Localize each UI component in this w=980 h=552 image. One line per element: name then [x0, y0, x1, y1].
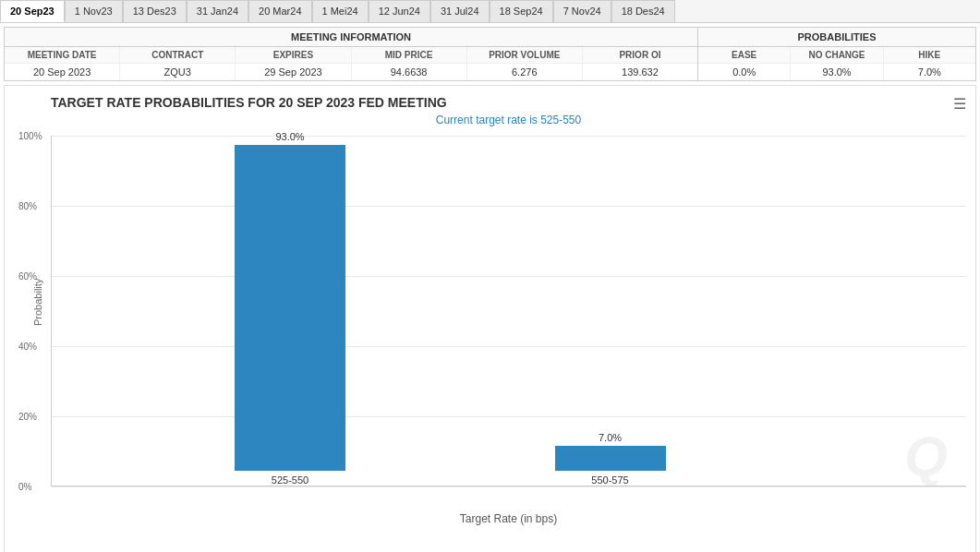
- y-grid-line: [52, 136, 966, 137]
- prob-col-value: 0.0%: [698, 64, 790, 80]
- y-tick-label: 100%: [18, 131, 42, 141]
- tab-item[interactable]: 31 Jan24: [187, 0, 248, 22]
- prob-col: HIKE 7.0%: [884, 47, 975, 80]
- info-col-value: 29 Sep 2023: [236, 64, 350, 80]
- info-section-header: MEETING INFORMATION PROBABILITIES: [5, 28, 975, 47]
- prob-col: EASE 0.0%: [698, 47, 791, 80]
- y-grid-line: [52, 486, 966, 487]
- info-col: EXPIRES 29 Sep 2023: [236, 47, 351, 80]
- y-grid-line: [52, 276, 966, 277]
- info-col-value: 6.276: [467, 64, 582, 80]
- info-col-label: MID PRICE: [352, 47, 466, 64]
- bar-container: 7.0%550-575: [555, 432, 666, 486]
- prob-col-value: 7.0%: [884, 64, 975, 80]
- bar: [555, 446, 666, 471]
- info-col: CONTRACT ZQU3: [120, 47, 236, 80]
- tab-item[interactable]: 1 Nov23: [65, 0, 123, 22]
- tab-item[interactable]: 7 Nov24: [553, 0, 611, 22]
- chart-subtitle: Current target rate is 525-550: [51, 114, 966, 126]
- prob-col-label: NO CHANGE: [791, 47, 882, 64]
- y-grid-line: [52, 346, 966, 347]
- prob-columns: EASE 0.0%NO CHANGE 93.0%HIKE 7.0%: [698, 47, 975, 80]
- info-col-label: PRIOR OI: [583, 47, 697, 64]
- chart-title: TARGET RATE PROBABILITIES FOR 20 SEP 202…: [51, 95, 966, 110]
- tab-item[interactable]: 18 Des24: [611, 0, 675, 22]
- meeting-info-header: MEETING INFORMATION: [5, 28, 698, 47]
- tab-item[interactable]: 18 Sep24: [490, 0, 553, 22]
- y-tick-label: 60%: [18, 271, 37, 282]
- chart-area: Probability 100%80%60%40%20%0%93.0%525-5…: [51, 136, 966, 505]
- info-col: PRIOR VOLUME 6.276: [467, 47, 583, 80]
- info-col-label: EXPIRES: [236, 47, 350, 64]
- tab-item[interactable]: 12 Jun24: [369, 0, 430, 22]
- tab-item[interactable]: 13 Des23: [123, 0, 187, 22]
- info-col-label: PRIOR VOLUME: [467, 47, 582, 64]
- chart-plot: 100%80%60%40%20%0%93.0%525-5507.0%550-57…: [51, 136, 966, 486]
- menu-icon[interactable]: ☰: [953, 95, 966, 113]
- prob-col-label: HIKE: [884, 47, 975, 64]
- y-tick-label: 80%: [18, 201, 37, 211]
- tab-item[interactable]: 31 Jul24: [430, 0, 490, 22]
- info-section: MEETING INFORMATION PROBABILITIES MEETIN…: [4, 27, 976, 81]
- bar-category-label: 550-575: [591, 474, 628, 486]
- tab-item[interactable]: 20 Mar24: [248, 0, 311, 22]
- x-axis-title: Target Rate (in bps): [51, 512, 966, 525]
- info-col-value: 94.6638: [352, 64, 466, 80]
- y-axis-label: Probability: [32, 279, 43, 326]
- info-col: MEETING DATE 20 Sep 2023: [5, 47, 120, 80]
- info-col-label: MEETING DATE: [5, 47, 119, 64]
- y-tick-label: 0%: [18, 482, 31, 492]
- chart-section: TARGET RATE PROBABILITIES FOR 20 SEP 202…: [4, 85, 976, 552]
- probabilities-header: PROBABILITIES: [698, 28, 975, 47]
- info-col: PRIOR OI 139.632: [583, 47, 697, 80]
- bar-value-label: 93.0%: [275, 131, 304, 142]
- tab-item[interactable]: 1 Mei24: [312, 0, 369, 22]
- prob-col-label: EASE: [698, 47, 790, 64]
- y-tick-label: 20%: [18, 412, 37, 422]
- info-col-value: 139.632: [583, 64, 697, 80]
- bar: [235, 145, 345, 471]
- prob-col-value: 93.0%: [791, 64, 882, 80]
- y-tick-label: 40%: [18, 342, 37, 352]
- bar-category-label: 525-550: [272, 474, 309, 486]
- bar-value-label: 7.0%: [599, 432, 622, 443]
- y-grid-line: [52, 416, 966, 417]
- info-data-row: MEETING DATE 20 Sep 2023CONTRACT ZQU3EXP…: [5, 47, 975, 80]
- info-col-value: 20 Sep 2023: [5, 64, 119, 80]
- tab-item[interactable]: 20 Sep23: [0, 0, 65, 22]
- bar-container: 93.0%525-550: [235, 131, 345, 486]
- info-col-value: ZQU3: [120, 64, 235, 80]
- info-columns: MEETING DATE 20 Sep 2023CONTRACT ZQU3EXP…: [5, 47, 698, 80]
- info-col: MID PRICE 94.6638: [352, 47, 467, 80]
- prob-col: NO CHANGE 93.0%: [791, 47, 883, 80]
- tabs-bar: 20 Sep231 Nov2313 Des2331 Jan2420 Mar241…: [0, 0, 980, 23]
- y-grid-line: [52, 206, 966, 207]
- info-col-label: CONTRACT: [120, 47, 235, 64]
